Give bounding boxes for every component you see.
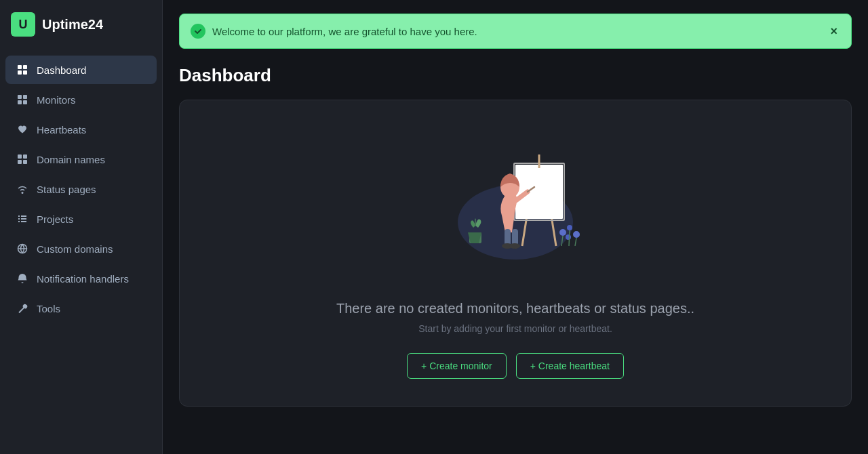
svg-point-26 <box>509 243 520 249</box>
sidebar-item-heartbeats[interactable]: Heartbeats <box>5 115 157 144</box>
svg-rect-10 <box>18 160 22 164</box>
svg-point-30 <box>573 231 580 238</box>
tools-icon <box>16 302 28 314</box>
sidebar: U Uptime24 Dashboard <box>0 0 163 454</box>
sidebar-item-dashboard[interactable]: Dashboard <box>5 56 157 84</box>
page-title: Dashboard <box>179 65 852 86</box>
sidebar-item-custom-domains-label: Custom domains <box>37 243 113 255</box>
svg-point-29 <box>567 225 572 230</box>
alert-message: Welcome to our platform, we are grateful… <box>212 26 821 37</box>
empty-title: There are no created monitors, heartbeat… <box>336 301 694 316</box>
svg-line-33 <box>569 230 570 246</box>
alert-close-button[interactable]: × <box>827 25 840 37</box>
sidebar-item-notification-handlers[interactable]: Notification handlers <box>5 264 157 293</box>
sidebar-item-tools-label: Tools <box>37 303 60 314</box>
create-monitor-button[interactable]: + Create monitor <box>407 353 507 379</box>
alert-check-icon <box>191 24 205 39</box>
svg-rect-7 <box>23 100 27 104</box>
svg-rect-0 <box>18 65 22 69</box>
sidebar-item-tools[interactable]: Tools <box>5 294 157 323</box>
logo-area: U Uptime24 <box>0 0 162 49</box>
svg-rect-2 <box>18 70 22 75</box>
svg-rect-8 <box>18 154 22 159</box>
create-heartbeat-button[interactable]: + Create heartbeat <box>516 353 624 379</box>
domain-icon <box>16 153 28 165</box>
main-content: Welcome to our platform, we are grateful… <box>163 0 868 454</box>
svg-point-31 <box>566 234 571 240</box>
globe-icon <box>16 243 28 255</box>
welcome-alert: Welcome to our platform, we are grateful… <box>179 14 852 49</box>
app-logo-icon: U <box>11 12 35 37</box>
app-logo-text: Uptime24 <box>42 17 103 33</box>
projects-icon <box>16 213 28 225</box>
sidebar-item-projects-label: Projects <box>37 213 73 225</box>
svg-rect-4 <box>18 95 22 99</box>
svg-rect-5 <box>23 95 27 99</box>
svg-rect-6 <box>18 100 22 104</box>
heart-icon <box>16 123 28 136</box>
bell-icon <box>16 272 28 285</box>
sidebar-item-monitors[interactable]: Monitors <box>5 85 157 114</box>
sidebar-item-domain-names-label: Domain names <box>37 154 105 165</box>
svg-rect-11 <box>23 160 27 164</box>
empty-state-card: There are no created monitors, heartbeat… <box>179 100 852 407</box>
sidebar-item-dashboard-label: Dashboard <box>37 64 86 76</box>
sidebar-item-monitors-label: Monitors <box>37 94 76 106</box>
sidebar-item-heartbeats-label: Heartbeats <box>37 124 86 136</box>
svg-line-34 <box>575 238 576 246</box>
sidebar-item-status-pages[interactable]: Status pages <box>5 175 157 203</box>
svg-point-28 <box>559 229 566 236</box>
svg-rect-3 <box>23 70 27 75</box>
sidebar-item-projects[interactable]: Projects <box>5 205 157 233</box>
svg-rect-1 <box>23 65 27 69</box>
grid-icon <box>16 64 28 76</box>
sidebar-item-notification-handlers-label: Notification handlers <box>37 273 129 285</box>
action-buttons: + Create monitor + Create heartbeat <box>407 353 624 379</box>
sidebar-nav: Dashboard Monitors Heartbeats <box>0 54 162 324</box>
empty-subtitle: Start by adding your first monitor or he… <box>418 323 612 334</box>
svg-rect-9 <box>23 154 27 159</box>
sidebar-item-domain-names[interactable]: Domain names <box>5 145 157 173</box>
sidebar-item-custom-domains[interactable]: Custom domains <box>5 234 157 263</box>
sidebar-item-status-pages-label: Status pages <box>37 184 96 195</box>
empty-illustration <box>434 127 597 279</box>
monitors-icon <box>16 94 28 106</box>
svg-rect-17 <box>515 165 563 219</box>
wifi-icon <box>16 183 28 195</box>
